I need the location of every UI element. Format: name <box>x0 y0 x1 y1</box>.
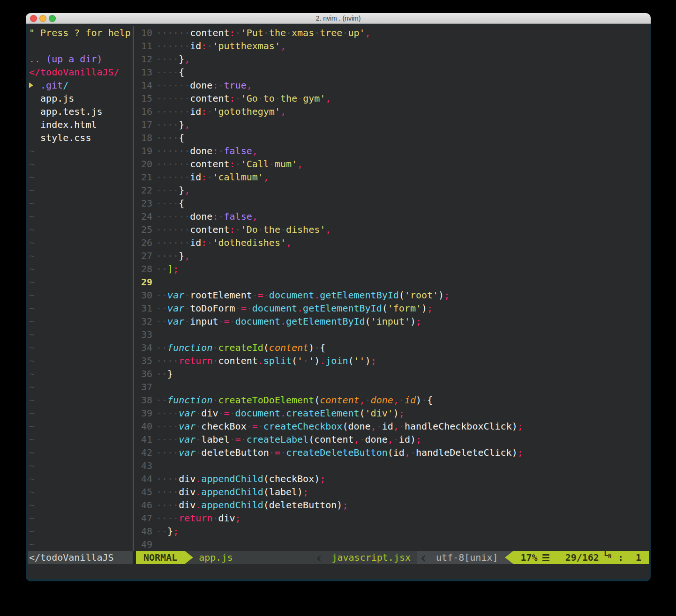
code-line[interactable]: 31··var·toDoForm·=·document.getElementBy… <box>134 302 649 315</box>
line-number: 35 <box>134 354 152 367</box>
code-line[interactable]: 33 <box>134 328 649 341</box>
code-line[interactable]: 37 <box>134 380 649 393</box>
code-line[interactable]: 25······content:·'Do·the·dishes', <box>134 223 649 236</box>
code-line[interactable]: 29 <box>134 275 649 289</box>
code-line[interactable]: 24······done:·false, <box>134 210 649 223</box>
code-text: ····return·div; <box>156 512 241 525</box>
code-line[interactable]: 41····var·label·=·createLabel(content,·d… <box>134 433 649 446</box>
code-line[interactable]: 16······id:·'gotothegym', <box>134 105 649 118</box>
tilde-marker: ~ <box>29 512 35 524</box>
line-number: 46 <box>134 498 152 512</box>
code-buffer[interactable]: 10······content:·'Put·the·xmas·tree·up',… <box>134 26 649 551</box>
tilde-marker: ~ <box>29 394 35 406</box>
tree-item--git[interactable]: .git/ <box>29 79 133 92</box>
code-line[interactable]: 40····var·checkBox·=·createCheckbox(done… <box>134 420 649 433</box>
code-line[interactable]: 36··} <box>134 367 649 380</box>
tree-item-index-html[interactable]: index.html <box>29 118 133 131</box>
code-line[interactable]: 32··var·input·=·document.getElementById(… <box>134 315 649 328</box>
line-number: 11 <box>134 39 152 52</box>
tilde-line: ~ <box>29 472 133 485</box>
line-number: 44 <box>134 472 152 485</box>
code-line[interactable]: 46····div.appendChild(deleteButton); <box>134 498 649 512</box>
code-line[interactable]: 48··}; <box>134 525 649 538</box>
code-line[interactable]: 47····return·div; <box>134 512 649 525</box>
code-line[interactable]: 27····}, <box>134 249 649 262</box>
tree-item-app-js[interactable]: app.js <box>29 92 133 105</box>
code-line[interactable]: 10······content:·'Put·the·xmas·tree·up', <box>134 26 649 39</box>
whitespace-dots: · <box>258 224 263 235</box>
tree-help-line: " Press ? for help <box>29 26 133 39</box>
tilde-line: ~ <box>29 236 133 249</box>
tilde-marker: ~ <box>29 539 35 550</box>
whitespace-dots: · <box>314 27 320 38</box>
whitespace-dots: ···· <box>156 355 179 366</box>
code-line[interactable]: 26······id:·'dothedishes', <box>134 236 649 249</box>
whitespace-dots: ···· <box>156 132 179 143</box>
tilde-marker: ~ <box>29 211 35 222</box>
code-line[interactable]: 30··var·rootElement·=·document.getElemen… <box>134 289 649 302</box>
whitespace-dots: ···· <box>156 473 179 484</box>
code-line[interactable]: 18····{ <box>134 131 649 144</box>
code-text: ······done:·false, <box>156 210 258 223</box>
tilde-line: ~ <box>29 538 133 551</box>
code-line[interactable]: 12····}, <box>134 52 649 66</box>
tilde-marker: ~ <box>29 198 35 209</box>
code-line[interactable]: 13····{ <box>134 66 649 79</box>
tree-item-up-dir[interactable]: .. (up a dir) <box>29 52 133 66</box>
tree-item-app-test-js[interactable]: app.test.js <box>29 105 133 118</box>
code-line[interactable]: 21······id:·'callmum', <box>134 171 649 184</box>
nvim-editor: " Press ? for help.. (up a dir)</todoVan… <box>28 26 649 551</box>
code-line[interactable]: 22····}, <box>134 184 649 197</box>
whitespace-dots: · <box>421 394 427 406</box>
code-line[interactable]: 38··function·createToDoElement(content,·… <box>134 393 649 407</box>
code-line[interactable]: 11······id:·'putthexmas', <box>134 39 649 52</box>
whitespace-dots: · <box>303 355 308 366</box>
line-number: 33 <box>134 328 152 341</box>
line-number: 17 <box>134 118 152 131</box>
line-number: 10 <box>134 26 152 39</box>
tilde-marker: ~ <box>29 473 35 484</box>
whitespace-dots: · <box>252 289 258 301</box>
line-number: 42 <box>134 446 152 459</box>
tilde-marker: ~ <box>29 185 35 196</box>
code-line[interactable]: 49 <box>134 538 649 551</box>
whitespace-dots: · <box>286 27 292 38</box>
code-line[interactable]: 23····{ <box>134 197 649 210</box>
code-line[interactable]: 45····div.appendChild(label); <box>134 485 649 498</box>
whitespace-dots: ···· <box>156 408 179 419</box>
whitespace-dots: ···· <box>156 185 179 196</box>
line-number: 21 <box>134 171 152 184</box>
code-line[interactable]: 15······content:·'Go·to·the·gym', <box>134 92 649 105</box>
whitespace-dots: ·· <box>156 263 167 275</box>
code-line[interactable]: 43 <box>134 459 649 472</box>
whitespace-dots: · <box>342 27 348 38</box>
code-line[interactable]: 35····return·content.split('·').join('')… <box>134 354 649 367</box>
chevron-left-icon: ‹ <box>313 551 325 564</box>
titlebar[interactable]: 2. nvim . (nvim) <box>26 13 651 24</box>
whitespace-dots: · <box>376 421 382 432</box>
code-text: ··var·rootElement·=·document.getElementB… <box>156 289 450 302</box>
command-line[interactable] <box>28 564 649 577</box>
code-line[interactable]: 44····div.appendChild(checkBox); <box>134 472 649 485</box>
code-line[interactable]: 42····var·deleteButton·=·createDeleteBut… <box>134 446 649 459</box>
code-line[interactable]: 28··]; <box>134 262 649 275</box>
tree-item-style-css[interactable]: style.css <box>29 131 133 144</box>
code-line[interactable]: 14······done:·true, <box>134 79 649 92</box>
tilde-line: ~ <box>29 328 133 341</box>
code-text: ··function·createToDoElement(content,·do… <box>156 393 433 407</box>
code-line[interactable]: 19······done:·false, <box>134 144 649 157</box>
tilde-marker: ~ <box>29 329 35 340</box>
whitespace-dots: · <box>212 394 218 406</box>
code-line[interactable]: 34··function·createId(content)·{ <box>134 341 649 354</box>
tilde-line: ~ <box>29 223 133 236</box>
code-line[interactable]: 17····}, <box>134 118 649 131</box>
line-number: 41 <box>134 433 152 446</box>
line-number: 16 <box>134 105 152 118</box>
code-line[interactable]: 39····var·div·=·document.createElement('… <box>134 407 649 420</box>
code-line[interactable]: 20······content:·'Call·mum', <box>134 157 649 171</box>
position-colon: : <box>618 552 623 563</box>
whitespace-dots: · <box>218 80 224 91</box>
statusline-position: 17%29/162LN:1 <box>513 551 649 564</box>
whitespace-dots: ···· <box>156 434 179 445</box>
whitespace-dots: · <box>212 512 218 524</box>
